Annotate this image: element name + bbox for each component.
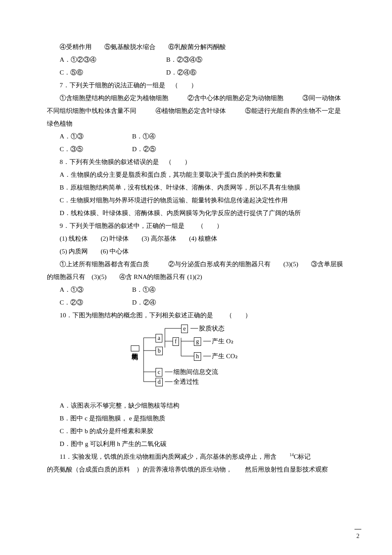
q6-option-c: C．⑤⑥ <box>60 66 166 79</box>
q8-option-d: D．线粒体膜、叶绿体膜、溶酶体膜、内质网膜等为化学反应的进行提供了广阔的场所 <box>47 207 345 219</box>
q9-options-row1: A．①③ B．①④ <box>47 283 345 296</box>
q9-option-c: C．②③ <box>60 296 132 309</box>
diagram-box-c: c <box>156 368 162 377</box>
q10-option-a: A．该图表示不够完整，缺少细胞核等结构 <box>47 399 345 412</box>
page-number: 2 <box>349 529 366 542</box>
q9-option-d: D．②④ <box>132 296 156 309</box>
q11-line1: 11．实验发现，饥饿的原生动物粗面内质网减少，高尔基体的形成停止，用含 14C标… <box>47 450 345 463</box>
q11-text-b: C标记 <box>294 453 311 460</box>
q6-options-456: ④受精作用 ⑤氨基酸脱水缩合 ⑥乳酸菌分解丙酮酸 <box>47 40 345 53</box>
q10-stem: 10．下图为细胞结构的概念图，下列相关叙述正确的是 （ ） <box>47 309 345 322</box>
q7-option-b: B．①④ <box>132 130 156 143</box>
q10-diagram: 细胞结构 a b c d e f g h 胶质状态 产生 O₂ 产生 CO₂ 细… <box>130 324 262 397</box>
diagram-box-f: f <box>173 337 179 346</box>
q11-line2: 的亮氨酸（合成蛋白质的原料 ）的营养液培养饥饿的原生动物， 然后用放射性自显影技… <box>47 463 345 476</box>
page-number-rule <box>355 529 361 529</box>
q10-option-b: B．图中 c 是指细胞膜， e 是指细胞质 <box>47 412 345 425</box>
diagram-box-g: g <box>194 337 201 346</box>
q6-option-d: D．②④⑥ <box>166 66 196 79</box>
q8-option-c: C．生物膜对细胞与外界环境进行的物质运输、能量转换和信息传递起决定性作用 <box>47 194 345 207</box>
diagram-label-g: 产生 O₂ <box>212 337 233 345</box>
q10-option-d: D．图中 g 可以利用 h 产生的二氧化碳 <box>47 437 345 450</box>
page: ④受精作用 ⑤氨基酸脱水缩合 ⑥乳酸菌分解丙酮酸 A．①②③④ B．②③④⑤ C… <box>0 0 392 555</box>
q7-options-row2: C．③⑤ D．②⑤ <box>47 143 345 155</box>
q7-statements: ①含细胞壁结构的细胞必定为植物细胞 ②含中心体的细胞必定为动物细胞 ③同一动物体… <box>47 92 345 130</box>
q9-list1: (1) 线粒体 (2) 叶绿体 (3) 高尔基体 (4) 核糖体 <box>47 232 345 245</box>
diagram-box-h: h <box>194 352 201 361</box>
q7-option-c: C．③⑤ <box>60 143 132 155</box>
diagram-box-e: e <box>181 325 188 333</box>
q9-statements: ①上述所有细胞器都含有蛋白质 ②与分泌蛋白形成有关的细胞器只有 (3)(5) ③… <box>47 258 345 283</box>
diagram-box-b: b <box>156 347 163 355</box>
diagram-label-d: 全透过性 <box>173 378 199 385</box>
q7-stem: 7．下列关于细胞的说法正确的一组是 （ ） <box>47 79 345 92</box>
q6-option-b: B．②③④⑤ <box>166 53 202 66</box>
q10-option-c: C．图中 b 的成分是纤维素和果胶 <box>47 425 345 437</box>
q7-options-row1: A．①③ B．①④ <box>47 130 345 143</box>
diagram-label-h: 产生 CO₂ <box>212 352 238 360</box>
q7-option-a: A．①③ <box>60 130 132 143</box>
diagram-box-a: a <box>156 334 162 342</box>
q11-text-a: 11．实验发现，饥饿的原生动物粗面内质网减少，高尔基体的形成停止，用含 <box>60 453 289 460</box>
q9-option-b: B．①④ <box>132 283 156 296</box>
q6-options-row2: C．⑤⑥ D．②④⑥ <box>47 66 345 79</box>
diagram-label-c: 细胞间信息交流 <box>173 368 218 376</box>
q6-options-row1: A．①②③④ B．②③④⑤ <box>47 53 345 66</box>
diagram-box-d: d <box>156 378 163 386</box>
diagram-root: 细胞结构 <box>131 345 139 351</box>
q8-option-b: B．原核细胞结构简单，没有线粒体、叶绿体、溶酶体、内质网等，所以不具有生物膜 <box>47 181 345 194</box>
q9-stem: 9．下列关于细胞器的叙述中，正确的一组是 （ ） <box>47 219 345 232</box>
q8-stem: 8．下列有关生物膜的叙述错误的是 （ ） <box>47 155 345 168</box>
q11-sup-14: 14 <box>289 452 294 457</box>
diagram-label-e: 胶质状态 <box>199 325 225 332</box>
q9-options-row2: C．②③ D．②④ <box>47 296 345 309</box>
q9-list2: (5) 内质网 (6) 中心体 <box>47 245 345 258</box>
page-number-value: 2 <box>357 533 360 539</box>
q6-option-a: A．①②③④ <box>60 53 166 66</box>
q8-option-a: A．生物膜的成分主要是脂质和蛋白质，其功能主要取决于蛋白质的种类和数量 <box>47 168 345 181</box>
q7-option-d: D．②⑤ <box>132 143 156 155</box>
q10-diagram-wrap: 细胞结构 a b c d e f g h 胶质状态 产生 O₂ 产生 CO₂ 细… <box>47 324 345 397</box>
q9-option-a: A．①③ <box>60 283 132 296</box>
